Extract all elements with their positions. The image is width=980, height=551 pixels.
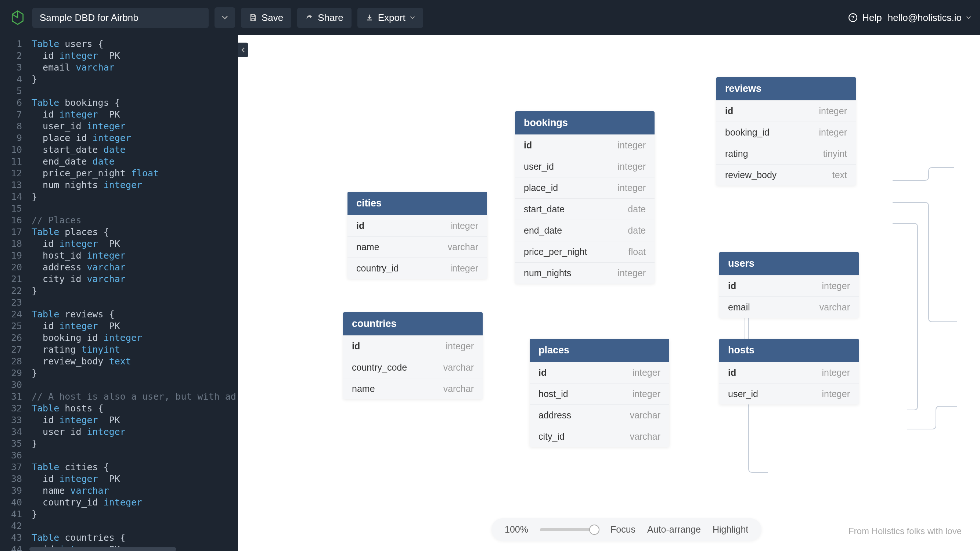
chevron-left-icon xyxy=(241,47,245,53)
table-column[interactable]: idinteger xyxy=(347,215,487,236)
table-column[interactable]: user_idinteger xyxy=(515,156,655,177)
download-icon xyxy=(366,14,374,22)
help-link[interactable]: ? Help xyxy=(848,12,881,24)
diagram-title-input[interactable]: Sample DBD for Airbnb xyxy=(32,8,208,28)
zoom-thumb[interactable] xyxy=(589,524,600,535)
table-column[interactable]: country_idinteger xyxy=(347,258,487,279)
title-dropdown[interactable] xyxy=(215,7,235,28)
table-column[interactable]: idinteger xyxy=(719,275,859,296)
logo-icon xyxy=(9,9,27,27)
table-countries[interactable]: countriesidintegercountry_codevarcharnam… xyxy=(343,312,483,399)
table-column[interactable]: user_idinteger xyxy=(719,383,859,404)
chevron-down-icon xyxy=(221,16,228,20)
collapse-editor-handle[interactable] xyxy=(238,43,248,57)
editor-gutter: 1234567891011121314151617181920212223242… xyxy=(0,38,29,551)
diagram-canvas[interactable]: citiesidintegernamevarcharcountry_idinte… xyxy=(238,35,980,551)
table-column[interactable]: ratingtinyint xyxy=(716,143,856,164)
table-column[interactable]: idinteger xyxy=(716,100,856,122)
table-column[interactable]: review_bodytext xyxy=(716,164,856,185)
zoom-slider[interactable] xyxy=(540,528,599,531)
export-button[interactable]: Export xyxy=(357,8,423,28)
table-column[interactable]: price_per_nightfloat xyxy=(515,241,655,262)
highlight-button[interactable]: Highlight xyxy=(713,524,748,535)
auto-arrange-button[interactable]: Auto-arrange xyxy=(647,524,701,535)
table-column[interactable]: namevarchar xyxy=(343,378,483,399)
table-column[interactable]: place_idinteger xyxy=(515,177,655,198)
table-header[interactable]: bookings xyxy=(515,111,655,134)
table-column[interactable]: idinteger xyxy=(719,362,859,383)
focus-button[interactable]: Focus xyxy=(611,524,635,535)
table-users[interactable]: usersidintegeremailvarchar xyxy=(719,252,859,318)
table-header[interactable]: places xyxy=(530,339,669,362)
svg-text:?: ? xyxy=(851,14,855,21)
table-places[interactable]: placesidintegerhost_idintegeraddressvarc… xyxy=(530,339,669,447)
table-header[interactable]: cities xyxy=(347,192,487,215)
save-icon xyxy=(249,14,257,22)
table-header[interactable]: reviews xyxy=(716,77,856,100)
table-column[interactable]: idinteger xyxy=(515,134,655,156)
share-icon xyxy=(305,14,313,22)
save-button[interactable]: Save xyxy=(241,8,291,28)
header: Sample DBD for Airbnb Save Share Export … xyxy=(0,0,980,35)
chevron-down-icon xyxy=(410,16,415,19)
footer-credit: From Holistics folks with love xyxy=(848,526,962,536)
table-column[interactable]: emailvarchar xyxy=(719,296,859,318)
table-hosts[interactable]: hostsidintegeruser_idinteger xyxy=(719,339,859,404)
user-menu[interactable]: hello@holistics.io xyxy=(888,12,971,24)
table-column[interactable]: country_codevarchar xyxy=(343,357,483,378)
table-column[interactable]: namevarchar xyxy=(347,236,487,258)
canvas-toolbar: 100% Focus Auto-arrange Highlight xyxy=(492,518,762,541)
table-header[interactable]: hosts xyxy=(719,339,859,362)
help-icon: ? xyxy=(848,13,858,22)
table-bookings[interactable]: bookingsidintegeruser_idintegerplace_idi… xyxy=(515,111,655,283)
table-column[interactable]: idinteger xyxy=(530,362,669,383)
table-column[interactable]: addressvarchar xyxy=(530,404,669,426)
zoom-level: 100% xyxy=(505,524,528,535)
table-column[interactable]: city_idvarchar xyxy=(530,426,669,447)
table-column[interactable]: booking_idinteger xyxy=(716,122,856,143)
table-header[interactable]: users xyxy=(719,252,859,275)
table-column[interactable]: end_datedate xyxy=(515,220,655,241)
editor-code: Table users { id integer PK email varcha… xyxy=(32,38,238,551)
table-reviews[interactable]: reviewsidintegerbooking_idintegerratingt… xyxy=(716,77,856,185)
code-editor[interactable]: 1234567891011121314151617181920212223242… xyxy=(0,35,238,551)
table-column[interactable]: start_datedate xyxy=(515,198,655,220)
table-cities[interactable]: citiesidintegernamevarcharcountry_idinte… xyxy=(347,192,487,279)
share-button[interactable]: Share xyxy=(297,8,351,28)
table-column[interactable]: idinteger xyxy=(343,335,483,357)
table-header[interactable]: countries xyxy=(343,312,483,335)
chevron-down-icon xyxy=(966,16,971,19)
table-column[interactable]: host_idinteger xyxy=(530,383,669,404)
table-column[interactable]: num_nightsinteger xyxy=(515,262,655,283)
horizontal-scrollbar[interactable] xyxy=(29,547,176,551)
